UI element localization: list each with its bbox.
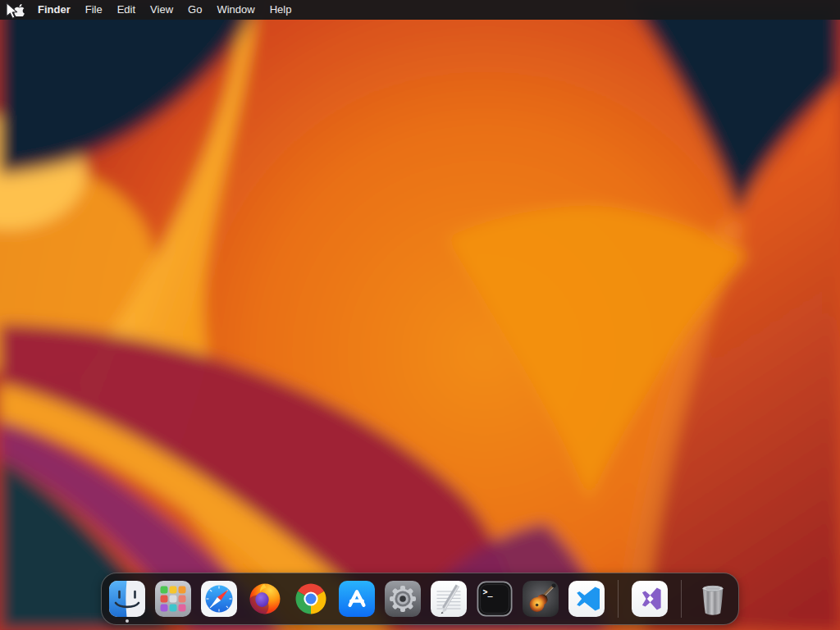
dock-item-textedit[interactable] [431,581,467,617]
running-indicator-dot [126,619,129,623]
desktop-wallpaper[interactable] [0,0,840,630]
dock-item-launchpad[interactable] [155,581,191,617]
menu-item-help[interactable]: Help [262,0,299,20]
macos-desktop: Finder File Edit View Go Window Help [0,0,840,630]
menu-item-edit[interactable]: Edit [110,0,143,20]
terminal-icon: >_ [477,581,513,617]
dock-item-safari[interactable] [201,581,237,617]
dock-item-finder[interactable] [109,581,145,617]
dock: >_ [101,573,739,625]
dock-item-garageband[interactable] [523,581,559,617]
dock-item-vscode[interactable] [568,581,605,617]
dock-item-system-settings[interactable] [385,581,421,617]
terminal-prompt-glyph: >_ [483,587,494,597]
menu-item-finder[interactable]: Finder [30,0,78,20]
app-store-icon [339,581,375,617]
firefox-icon [247,581,283,617]
menu-bar: Finder File Edit View Go Window Help [0,0,840,20]
vscode-icon [568,581,605,617]
dock-item-terminal[interactable]: >_ [477,581,513,617]
guitar-icon [523,581,559,617]
dock-item-trash[interactable] [695,581,731,617]
menu-item-window[interactable]: Window [209,0,262,20]
menu-item-go[interactable]: Go [180,0,209,20]
gear-icon [385,581,421,617]
menu-item-view[interactable]: View [143,0,180,20]
dock-item-chrome[interactable] [293,581,329,617]
launchpad-icon [155,581,191,617]
dock-separator [681,580,682,618]
dock-item-visual-studio[interactable] [632,581,668,617]
visual-studio-icon [632,581,668,617]
trash-icon [695,581,731,617]
textedit-icon [431,581,467,617]
menu-item-file[interactable]: File [78,0,110,20]
chrome-icon [293,581,329,617]
safari-icon [201,581,237,617]
mouse-cursor-icon [5,2,19,21]
dock-item-firefox[interactable] [247,581,283,617]
dock-separator [618,580,619,618]
finder-icon [109,581,145,617]
dock-item-app-store[interactable] [339,581,375,617]
